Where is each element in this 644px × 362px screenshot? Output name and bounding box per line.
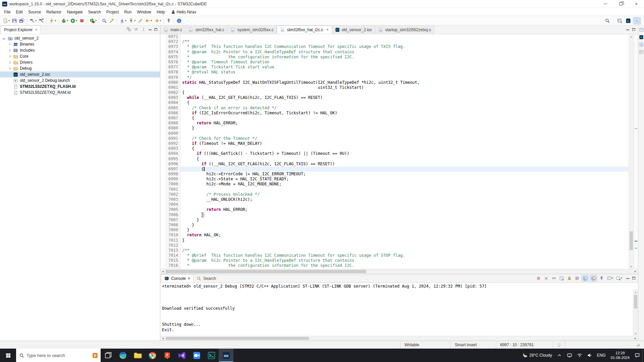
code-area[interactable]: /** * @brief This function handles I2C C… xyxy=(180,34,629,269)
stm32cubeide-icon[interactable]: IDE xyxy=(219,349,233,362)
code-line[interactable]: } xyxy=(180,228,629,233)
stop-button[interactable] xyxy=(78,17,86,24)
build-button[interactable]: ▾ xyxy=(29,17,38,24)
expand-arrow-icon[interactable] xyxy=(7,43,11,45)
code-line[interactable]: /** xyxy=(180,39,629,44)
search-button[interactable] xyxy=(101,17,108,24)
code-line[interactable]: hi2c->Mode = HAL_I2C_MODE_NONE; xyxy=(180,182,629,187)
code-line[interactable]: /* Check if an error is detected */ xyxy=(180,106,629,111)
tab-search[interactable]: Search xyxy=(194,274,219,283)
tree-item-stm32l552zetxq-ram-ld[interactable]: STM32L552ZETXQ_RAM.ld xyxy=(0,89,160,96)
maximize-view-button[interactable] xyxy=(632,26,635,32)
collapse-arrow-icon[interactable] xyxy=(2,37,6,39)
code-line[interactable]: * @param Tickstart Tick start value xyxy=(180,65,629,70)
display-tray-icon[interactable] xyxy=(565,349,575,362)
tab-stm32l5xx-hal-i2c-c[interactable]: cstm32l5xx_hal_i2c.c× xyxy=(277,25,332,34)
code-line[interactable]: * the configuration information for the … xyxy=(180,263,629,268)
code-line[interactable]: if (Timeout != HAL_MAX_DELAY) xyxy=(180,141,629,146)
code-line[interactable] xyxy=(180,187,629,192)
tree-item-binaries[interactable]: 0101Binaries xyxy=(0,41,160,47)
expand-arrow-icon[interactable] xyxy=(7,67,11,69)
toolbar-search-button[interactable] xyxy=(604,17,611,24)
minimized-view-icon[interactable] xyxy=(639,50,644,54)
code-line[interactable]: hi2c->ErrorCode |= HAL_I2C_ERROR_TIMEOUT… xyxy=(180,172,629,177)
scrollbar-thumb[interactable] xyxy=(166,270,366,273)
mark-occurrences-button[interactable] xyxy=(108,17,115,24)
menu-project[interactable]: Project xyxy=(104,9,121,15)
scroll-lock-button[interactable] xyxy=(566,275,573,282)
code-line[interactable]: uint32_t Tickstart) xyxy=(180,85,629,90)
new-wizard-button[interactable]: ▾ xyxy=(2,17,11,24)
menu-search[interactable]: Search xyxy=(86,9,104,15)
code-line[interactable]: } xyxy=(180,126,629,131)
tab-system-stm32l5xx-c[interactable]: csystem_stm32l5xx.c xyxy=(227,25,277,34)
tree-item-old-sensor-2-debug-launch[interactable]: old_sensor_2 Debug.launch xyxy=(0,77,160,83)
close-icon[interactable]: × xyxy=(35,28,37,32)
code-line[interactable] xyxy=(180,131,629,136)
clear-console-button[interactable] xyxy=(558,275,565,282)
scroll-right-icon[interactable]: ▶ xyxy=(633,336,638,341)
code-line[interactable]: } xyxy=(180,223,629,228)
editor-vertical-scrollbar[interactable]: ▲ ▼ xyxy=(629,34,634,269)
show-stdout-button[interactable] xyxy=(582,275,589,282)
show-stderr-button[interactable] xyxy=(590,275,597,282)
tab-main-c[interactable]: cmain.c xyxy=(161,25,185,34)
expand-arrow-icon[interactable] xyxy=(7,55,11,57)
menu-help[interactable]: Help xyxy=(154,9,168,15)
previous-annotation-button[interactable]: ▾ xyxy=(127,17,137,24)
tree-item-core[interactable]: Core xyxy=(0,53,160,59)
minimize-view-button[interactable] xyxy=(626,26,629,32)
progress-indicator-icon[interactable] xyxy=(632,341,644,349)
show-desktop-button[interactable] xyxy=(642,349,644,362)
tree-item-includes[interactable]: Includes xyxy=(0,47,160,53)
scroll-right-icon[interactable]: ▶ xyxy=(633,269,638,274)
hidden-icons-button[interactable] xyxy=(554,349,565,362)
forward-button[interactable]: ▾ xyxy=(153,17,162,24)
console-output[interactable]: Download verified successfully Shutting … xyxy=(160,290,633,336)
scroll-left-icon[interactable]: ◀ xyxy=(160,336,165,341)
open-perspective-button[interactable] xyxy=(616,17,624,24)
menu-window[interactable]: Window xyxy=(134,9,154,15)
tab-console[interactable]: Console× xyxy=(161,274,194,283)
annotation-ruler[interactable] xyxy=(160,34,165,269)
app-logo-icon[interactable]: IDE xyxy=(2,1,7,7)
code-line[interactable] xyxy=(180,243,629,248)
back-button[interactable]: ▾ xyxy=(144,17,153,24)
terminal-icon[interactable] xyxy=(204,349,219,362)
external-tools-button[interactable]: ▾ xyxy=(89,17,98,24)
search-input[interactable] xyxy=(26,353,90,358)
code-line[interactable]: /** xyxy=(180,248,629,253)
user-account-button[interactable]: Hello Nirav xyxy=(171,10,197,14)
code-line[interactable]: * the configuration information for the … xyxy=(180,55,629,60)
code-line[interactable]: } xyxy=(180,218,629,223)
code-line[interactable]: return HAL_ERROR; xyxy=(180,121,629,126)
c-cpp-perspective-button[interactable]: C xyxy=(633,17,641,24)
network-icon[interactable] xyxy=(575,349,585,362)
menu-run[interactable]: Run xyxy=(121,9,134,15)
code-line[interactable]: { xyxy=(180,167,629,172)
code-line[interactable]: if (I2C_IsErrorOccurred(hi2c, Timeout, T… xyxy=(180,111,629,116)
expand-arrow-icon[interactable] xyxy=(7,49,11,51)
scrollbar-thumb[interactable] xyxy=(634,295,637,308)
close-window-button[interactable]: × xyxy=(629,0,644,8)
link-with-editor-button[interactable] xyxy=(134,27,139,32)
restore-window-button[interactable] xyxy=(613,0,629,8)
run-button[interactable]: ▾ xyxy=(69,17,78,24)
weather-widget[interactable]: 28°C Cloudy xyxy=(520,349,554,362)
console-horizontal-scrollbar[interactable]: ◀ ▶ xyxy=(160,336,638,341)
code-line[interactable]: while (__HAL_I2C_GET_FLAG(hi2c, I2C_FLAG… xyxy=(180,95,629,100)
tree-item-stm32l552zetxq-flash-ld[interactable]: STM32L552ZETXQ_FLASH.ld xyxy=(0,83,160,89)
console-vertical-scrollbar[interactable]: ▲ ▼ xyxy=(633,290,638,336)
code-line[interactable]: } xyxy=(180,213,629,218)
code-line[interactable]: /* Check for the Timeout */ xyxy=(180,136,629,141)
scroll-up-icon[interactable]: ▲ xyxy=(633,290,638,294)
scroll-left-icon[interactable]: ◀ xyxy=(160,269,165,274)
scroll-down-icon[interactable]: ▼ xyxy=(633,331,638,336)
scrollbar-thumb[interactable] xyxy=(630,231,633,250)
scroll-up-icon[interactable]: ▲ xyxy=(629,34,634,39)
next-annotation-button[interactable]: ▾ xyxy=(118,17,127,24)
code-line[interactable]: * @param Timeout Timeout duration xyxy=(180,60,629,65)
file-explorer-icon[interactable] xyxy=(130,349,145,362)
minimize-window-button[interactable] xyxy=(598,0,613,8)
save-button[interactable] xyxy=(11,17,18,24)
